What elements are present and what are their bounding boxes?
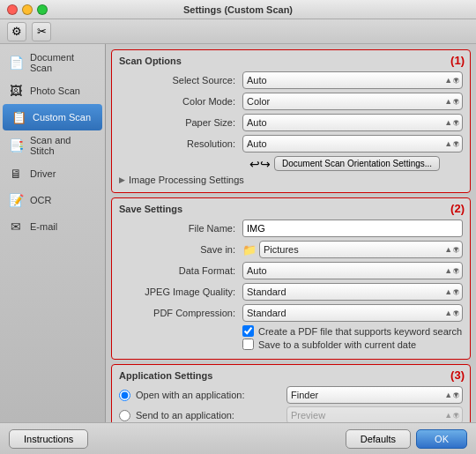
sidebar-item-ocr[interactable]: 📝 OCR [0, 187, 105, 213]
orientation-button[interactable]: Document Scan Orientation Settings... [274, 156, 440, 171]
color-mode-select[interactable]: Color [242, 93, 463, 110]
save-settings-section: Save Settings (2) File Name: Save in: 📁 … [111, 197, 471, 360]
save-in-wrapper: 📁 Pictures ▲▼ [242, 241, 463, 258]
pdf-keyword-label: Create a PDF file that supports keyword … [258, 326, 462, 337]
bottom-bar: Instructions Defaults OK [0, 422, 476, 454]
sidebar-item-photo-scan-label: Photo Scan [30, 86, 80, 96]
save-in-label: Save in: [119, 244, 242, 255]
instructions-button[interactable]: Instructions [9, 429, 88, 449]
open-with-row: Open with an application: Finder ▲▼ [119, 386, 463, 404]
resolution-row: Resolution: Auto ▲▼ [119, 135, 463, 153]
ok-button[interactable]: OK [416, 429, 467, 449]
main-layout: 📄 Document Scan 🖼 Photo Scan 📋 Custom Sc… [0, 44, 476, 422]
save-in-select-wrapper: Pictures ▲▼ [259, 241, 463, 258]
file-name-wrapper [242, 220, 463, 237]
defaults-button[interactable]: Defaults [346, 429, 411, 449]
titlebar: Settings (Custom Scan) [0, 0, 476, 19]
sidebar-item-custom-scan[interactable]: 📋 Custom Scan [3, 104, 102, 130]
open-with-select[interactable]: Finder [286, 386, 463, 404]
paper-size-row: Paper Size: Auto ▲▼ [119, 114, 463, 131]
resolution-label: Resolution: [119, 138, 242, 149]
image-processing-label: Image Processing Settings [129, 175, 244, 185]
select-source-select[interactable]: Auto [242, 71, 463, 89]
window-controls [7, 4, 48, 15]
minimize-button[interactable] [22, 4, 33, 15]
application-settings-number: (3) [450, 368, 465, 382]
send-to-app-radio[interactable] [119, 410, 130, 421]
custom-scan-icon: 📋 [10, 108, 27, 126]
data-format-wrapper: Auto ▲▼ [242, 262, 463, 279]
subfolder-row: Save to a subfolder with current date [119, 339, 463, 350]
pdf-keyword-checkbox[interactable] [242, 325, 254, 337]
maximize-button[interactable] [37, 4, 48, 15]
toolbar-icon-cut[interactable]: ✂ [32, 22, 51, 41]
close-button[interactable] [7, 4, 18, 15]
scan-and-stitch-icon: 📑 [7, 137, 25, 154]
color-mode-label: Color Mode: [119, 96, 242, 107]
color-mode-row: Color Mode: Color ▲▼ [119, 93, 463, 110]
image-processing-row: ▶ Image Processing Settings [119, 175, 463, 185]
pdf-keyword-row: Create a PDF file that supports keyword … [119, 325, 463, 337]
file-name-row: File Name: [119, 220, 463, 237]
bottom-left: Instructions [9, 429, 88, 449]
save-in-row: Save in: 📁 Pictures ▲▼ [119, 241, 463, 258]
orientation-row: ↩↪ Document Scan Orientation Settings... [119, 156, 463, 171]
sidebar-item-driver[interactable]: 🖥 Driver [0, 160, 105, 187]
application-settings-title: Application Settings [119, 370, 463, 381]
pdf-compression-wrapper: Standard ▲▼ [242, 304, 463, 322]
paper-size-select[interactable]: Auto [242, 114, 463, 131]
subfolder-label: Save to a subfolder with current date [258, 339, 416, 350]
resolution-wrapper: Auto ▲▼ [242, 135, 463, 153]
sidebar-item-driver-label: Driver [30, 168, 56, 179]
sidebar-item-scan-and-stitch-label: Scan and Stitch [30, 135, 98, 156]
toolbar-icon-settings[interactable]: ⚙ [7, 22, 26, 41]
sidebar-item-scan-and-stitch[interactable]: 📑 Scan and Stitch [0, 130, 105, 160]
orientation-icon: ↩↪ [249, 157, 271, 171]
jpeg-quality-label: JPEG Image Quality: [119, 287, 242, 297]
data-format-row: Data Format: Auto ▲▼ [119, 262, 463, 279]
document-scan-icon: 📄 [7, 54, 25, 71]
file-name-label: File Name: [119, 223, 242, 234]
scan-options-section: Scan Options (1) Select Source: Auto ▲▼ … [111, 49, 471, 193]
sidebar-item-ocr-label: OCR [30, 195, 51, 205]
photo-scan-icon: 🖼 [7, 82, 25, 100]
paper-size-label: Paper Size: [119, 117, 242, 128]
select-source-wrapper: Auto ▲▼ [242, 71, 463, 89]
data-format-select[interactable]: Auto [242, 262, 463, 279]
pdf-compression-row: PDF Compression: Standard ▲▼ [119, 304, 463, 322]
paper-size-wrapper: Auto ▲▼ [242, 114, 463, 131]
subfolder-checkbox[interactable] [242, 339, 254, 350]
sidebar-item-photo-scan[interactable]: 🖼 Photo Scan [0, 78, 105, 104]
jpeg-quality-row: JPEG Image Quality: Standard ▲▼ [119, 283, 463, 301]
color-mode-wrapper: Color ▲▼ [242, 93, 463, 110]
bottom-right: Defaults OK [346, 429, 467, 449]
sidebar-item-custom-scan-label: Custom Scan [33, 112, 91, 123]
send-to-app-select: Preview [286, 406, 463, 422]
email-icon: ✉ [7, 218, 25, 235]
toolbar: ⚙ ✂ [0, 19, 476, 44]
send-to-app-select-wrapper: Preview ▲▼ [286, 406, 463, 422]
save-in-select[interactable]: Pictures [259, 241, 463, 258]
scan-options-number: (1) [450, 54, 465, 67]
open-with-select-wrapper: Finder ▲▼ [286, 386, 463, 404]
data-format-label: Data Format: [119, 265, 242, 276]
save-settings-number: (2) [450, 202, 465, 215]
sidebar: 📄 Document Scan 🖼 Photo Scan 📋 Custom Sc… [0, 44, 106, 422]
ocr-icon: 📝 [7, 191, 25, 209]
scan-options-title: Scan Options [119, 56, 463, 66]
sidebar-item-document-scan[interactable]: 📄 Document Scan [0, 48, 105, 78]
send-to-app-label: Send to an application: [136, 410, 281, 421]
sidebar-item-email-label: E-mail [30, 221, 57, 232]
send-to-app-row: Send to an application: Preview ▲▼ [119, 406, 463, 422]
pdf-compression-select[interactable]: Standard [242, 304, 463, 322]
sidebar-item-email[interactable]: ✉ E-mail [0, 213, 105, 240]
jpeg-quality-wrapper: Standard ▲▼ [242, 283, 463, 301]
open-with-label: Open with an application: [136, 390, 281, 400]
open-with-radio[interactable] [119, 390, 130, 401]
pdf-compression-label: PDF Compression: [119, 308, 242, 318]
driver-icon: 🖥 [7, 165, 25, 182]
file-name-input[interactable] [242, 220, 463, 237]
resolution-select[interactable]: Auto [242, 135, 463, 153]
jpeg-quality-select[interactable]: Standard [242, 283, 463, 301]
content-area: Scan Options (1) Select Source: Auto ▲▼ … [106, 44, 476, 422]
